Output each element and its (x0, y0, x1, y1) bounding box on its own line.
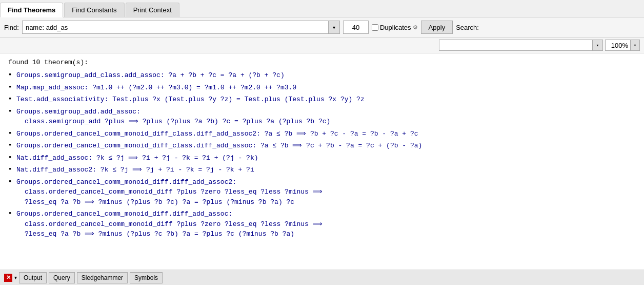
duplicates-label: Duplicates (380, 24, 411, 31)
list-item: ▪ Groups.ordered_cancel_comm_monoid_diff… (8, 177, 636, 207)
find-input-wrap: ▾ (22, 21, 340, 34)
theorem-text: Nat.diff_add_assoc: ?k ≤ ?j ⟹ ?i + ?j - … (16, 153, 258, 163)
theorem-list: ▪ Groups.semigroup_add_class.add_assoc: … (8, 70, 636, 239)
dropdown-arrow-bottom[interactable]: ▾ (14, 275, 17, 280)
list-item: ▪ Test.add_associativity: Test.plus ?x (… (8, 94, 636, 105)
symbols-button[interactable]: Symbols (130, 272, 163, 283)
zoom-dropdown-arrow[interactable]: ▾ (631, 40, 640, 51)
list-item: ▪ Nat.diff_add_assoc: ?k ≤ ?j ⟹ ?i + ?j … (8, 153, 636, 163)
list-item: ▪ Groups.ordered_cancel_comm_monoid_diff… (8, 209, 636, 239)
content-area: found 10 theorem(s): ▪ Groups.semigroup_… (0, 53, 644, 270)
toolbar-row2: ▾ ▾ (0, 37, 644, 53)
bullet: ▪ (8, 154, 13, 161)
apply-button[interactable]: Apply (421, 21, 453, 34)
bullet: ▪ (8, 178, 13, 185)
list-item: ▪ Groups.semigroup_add_class.add_assoc: … (8, 70, 636, 81)
toolbar-row1: Find: ▾ Duplicates ⚙ Apply Search: (0, 17, 644, 37)
list-item: ▪ Groups.ordered_cancel_comm_monoid_diff… (8, 141, 636, 151)
list-item: ▪ Nat.diff_add_assoc2: ?k ≤ ?j ⟹ ?j + ?i… (8, 165, 636, 175)
sledgehammer-button[interactable]: Sledgehammer (77, 272, 128, 283)
bullet: ▪ (8, 71, 13, 79)
found-header: found 10 theorem(s): (8, 59, 636, 66)
search-label: Search: (456, 24, 479, 31)
theorem-text: Nat.diff_add_assoc2: ?k ≤ ?j ⟹ ?j + ?i -… (16, 165, 254, 175)
filter-dropdown-arrow[interactable]: ▾ (593, 40, 603, 51)
theorem-text: Groups.ordered_cancel_comm_monoid_diff_c… (16, 141, 422, 151)
theorem-text: Groups.ordered_cancel_comm_monoid_diff.d… (16, 177, 323, 207)
find-dropdown-arrow[interactable]: ▾ (329, 21, 340, 34)
find-label: Find: (4, 24, 19, 31)
list-item: ▪ Map.map_add_assoc: ?m1.0 ++ (?m2.0 ++ … (8, 83, 636, 93)
find-input[interactable] (22, 21, 329, 34)
bottom-bar: ✕ ▾ Output Query Sledgehammer Symbols (0, 270, 644, 285)
theorem-text: Groups.ordered_cancel_comm_monoid_diff_c… (16, 129, 418, 139)
query-button[interactable]: Query (49, 272, 75, 283)
tab-find-constants[interactable]: Find Constants (64, 3, 124, 17)
theorem-text: Test.add_associativity: Test.plus ?x (Te… (16, 94, 365, 105)
duplicates-checkbox[interactable] (372, 24, 378, 31)
tab-print-context[interactable]: Print Context (126, 3, 179, 17)
bullet: ▪ (8, 107, 13, 115)
list-item: ▪ Groups.semigroup_add.add_assoc: class.… (8, 107, 636, 127)
bullet: ▪ (8, 165, 13, 173)
filter-input[interactable] (439, 40, 593, 51)
filter-wrap: ▾ (439, 40, 603, 51)
tab-bar: Find Theorems Find Constants Print Conte… (0, 0, 644, 17)
bullet: ▪ (8, 83, 13, 91)
error-icon[interactable]: ✕ (4, 274, 12, 282)
output-button[interactable]: Output (19, 272, 47, 283)
bullet: ▪ (8, 129, 13, 137)
num-results-input[interactable] (343, 21, 369, 34)
gear-icon: ⚙ (413, 24, 418, 31)
theorem-text: Groups.semigroup_add_class.add_assoc: ?a… (16, 70, 285, 81)
bullet: ▪ (8, 210, 13, 217)
bullet: ▪ (8, 141, 13, 149)
zoom-input[interactable] (605, 40, 631, 51)
theorem-text: Groups.ordered_cancel_comm_monoid_diff.d… (16, 209, 323, 239)
bullet: ▪ (8, 95, 13, 103)
theorem-text: Groups.semigroup_add.add_assoc: class.se… (16, 107, 330, 127)
list-item: ▪ Groups.ordered_cancel_comm_monoid_diff… (8, 129, 636, 139)
theorem-text: Map.map_add_assoc: ?m1.0 ++ (?m2.0 ++ ?m… (16, 83, 296, 93)
duplicates-checkbox-label: Duplicates ⚙ (372, 24, 418, 31)
tab-find-theorems[interactable]: Find Theorems (0, 3, 63, 17)
zoom-wrap: ▾ (605, 40, 640, 51)
